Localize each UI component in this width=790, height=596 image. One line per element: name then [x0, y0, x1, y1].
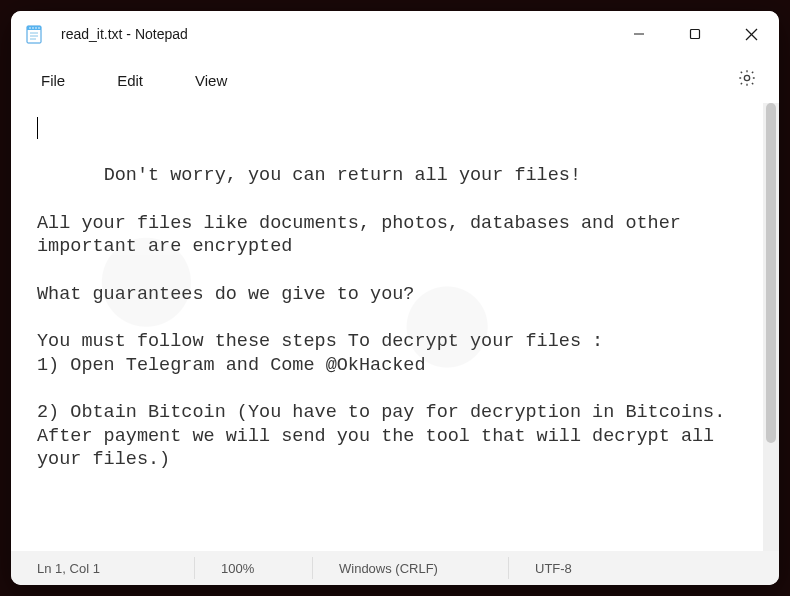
svg-point-4 [35, 27, 37, 29]
status-cursor-position: Ln 1, Col 1 [37, 557, 195, 579]
text-caret [37, 117, 38, 139]
text-editor[interactable]: Don't worry, you can return all your fil… [11, 103, 763, 551]
statusbar: Ln 1, Col 1 100% Windows (CRLF) UTF-8 [11, 551, 779, 585]
settings-button[interactable] [727, 60, 767, 100]
status-encoding: UTF-8 [509, 557, 590, 579]
menu-file[interactable]: File [31, 66, 89, 95]
svg-point-5 [38, 27, 40, 29]
scrollbar-thumb[interactable] [766, 103, 776, 443]
status-line-ending: Windows (CRLF) [313, 557, 509, 579]
gear-icon [737, 68, 757, 92]
close-button[interactable] [723, 11, 779, 57]
svg-point-13 [744, 75, 749, 80]
notepad-icon [25, 24, 43, 44]
document-text: Don't worry, you can return all your fil… [37, 165, 725, 470]
titlebar: read_it.txt - Notepad [11, 11, 779, 57]
vertical-scrollbar[interactable] [763, 103, 779, 551]
content-area: Don't worry, you can return all your fil… [11, 103, 779, 551]
status-zoom: 100% [195, 557, 313, 579]
svg-point-3 [32, 27, 34, 29]
menubar: File Edit View [11, 57, 779, 103]
svg-point-2 [29, 27, 31, 29]
window-title: read_it.txt - Notepad [61, 26, 188, 42]
svg-rect-10 [691, 30, 700, 39]
menu-edit[interactable]: Edit [107, 66, 167, 95]
maximize-button[interactable] [667, 11, 723, 57]
minimize-button[interactable] [611, 11, 667, 57]
menu-view[interactable]: View [185, 66, 251, 95]
notepad-window: read_it.txt - Notepad File Edit View [11, 11, 779, 585]
